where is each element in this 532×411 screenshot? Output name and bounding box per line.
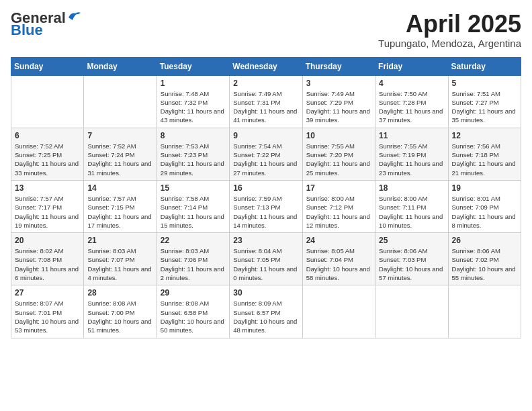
- calendar-location: Tupungato, Mendoza, Argentina: [378, 38, 521, 49]
- sunrise-text: Sunrise: 7:55 AM: [379, 142, 444, 150]
- sunset-text: Sunset: 7:19 PM: [379, 150, 444, 159]
- sunset-text: Sunset: 7:31 PM: [233, 98, 298, 107]
- sunset-text: Sunset: 7:11 PM: [379, 203, 444, 212]
- sunrise-text: Sunrise: 7:55 AM: [306, 142, 371, 150]
- daylight-text: Daylight: 11 hours and 19 minutes.: [15, 212, 80, 230]
- day-info: Sunrise: 7:52 AMSunset: 7:25 PMDaylight:…: [15, 142, 80, 177]
- daylight-text: Daylight: 11 hours and 33 minutes.: [15, 159, 80, 177]
- weekday-header-thursday: Thursday: [302, 57, 375, 75]
- sunrise-text: Sunrise: 7:54 AM: [233, 142, 298, 150]
- calendar-cell: 30Sunrise: 8:09 AMSunset: 6:57 PMDayligh…: [230, 285, 302, 338]
- sunset-text: Sunset: 7:02 PM: [452, 255, 517, 264]
- daylight-text: Daylight: 11 hours and 4 minutes.: [87, 265, 152, 283]
- calendar-cell: 22Sunrise: 8:03 AMSunset: 7:06 PMDayligh…: [157, 233, 229, 285]
- calendar-cell: 1Sunrise: 7:48 AMSunset: 7:32 PMDaylight…: [157, 75, 229, 128]
- weekday-header-friday: Friday: [375, 57, 448, 75]
- sunrise-text: Sunrise: 8:08 AM: [87, 299, 152, 308]
- day-info: Sunrise: 8:03 AMSunset: 7:07 PMDaylight:…: [87, 246, 152, 282]
- sunrise-text: Sunrise: 8:00 AM: [306, 194, 371, 203]
- sunrise-text: Sunrise: 7:48 AM: [161, 89, 226, 98]
- sunrise-text: Sunrise: 8:02 AM: [15, 246, 80, 255]
- calendar-cell: 7Sunrise: 7:52 AMSunset: 7:24 PMDaylight…: [84, 128, 157, 180]
- day-number: 29: [161, 288, 226, 298]
- day-number: 6: [15, 131, 80, 140]
- day-number: 9: [233, 131, 298, 140]
- day-info: Sunrise: 8:04 AMSunset: 7:05 PMDaylight:…: [233, 246, 298, 282]
- daylight-text: Daylight: 11 hours and 10 minutes.: [379, 212, 444, 230]
- day-number: 4: [379, 79, 444, 88]
- sunset-text: Sunset: 7:23 PM: [161, 150, 226, 159]
- sunrise-text: Sunrise: 7:56 AM: [452, 142, 517, 150]
- day-number: 16: [233, 183, 298, 193]
- sunset-text: Sunset: 7:15 PM: [87, 203, 152, 212]
- calendar-cell: 15Sunrise: 7:58 AMSunset: 7:14 PMDayligh…: [157, 180, 229, 232]
- sunrise-text: Sunrise: 7:59 AM: [233, 194, 298, 203]
- calendar-cell: 28Sunrise: 8:08 AMSunset: 7:00 PMDayligh…: [84, 285, 157, 338]
- daylight-text: Daylight: 11 hours and 15 minutes.: [161, 212, 226, 230]
- calendar-header-row: SundayMondayTuesdayWednesdayThursdayFrid…: [11, 57, 521, 75]
- sunrise-text: Sunrise: 8:03 AM: [87, 246, 152, 255]
- day-number: 19: [452, 183, 517, 193]
- logo-blue: Blue: [11, 23, 43, 38]
- daylight-text: Daylight: 10 hours and 48 minutes.: [233, 317, 298, 335]
- calendar-cell: 17Sunrise: 8:00 AMSunset: 7:12 PMDayligh…: [302, 180, 375, 232]
- sunset-text: Sunset: 7:28 PM: [379, 98, 444, 107]
- daylight-text: Daylight: 11 hours and 27 minutes.: [233, 159, 298, 177]
- sunset-text: Sunset: 7:25 PM: [15, 150, 80, 159]
- calendar-cell: 16Sunrise: 7:59 AMSunset: 7:13 PMDayligh…: [230, 180, 302, 232]
- day-number: 17: [306, 183, 371, 193]
- day-info: Sunrise: 7:49 AMSunset: 7:29 PMDaylight:…: [306, 89, 371, 125]
- sunrise-text: Sunrise: 7:50 AM: [379, 89, 444, 98]
- calendar-table: SundayMondayTuesdayWednesdayThursdayFrid…: [11, 57, 521, 338]
- calendar-cell: 24Sunrise: 8:05 AMSunset: 7:04 PMDayligh…: [302, 233, 375, 285]
- day-info: Sunrise: 7:58 AMSunset: 7:14 PMDaylight:…: [161, 194, 226, 230]
- sunset-text: Sunset: 7:29 PM: [306, 98, 371, 107]
- day-info: Sunrise: 8:08 AMSunset: 6:58 PMDaylight:…: [161, 299, 226, 334]
- sunset-text: Sunset: 7:06 PM: [161, 255, 226, 264]
- day-number: 30: [233, 288, 298, 298]
- calendar-cell: 18Sunrise: 8:00 AMSunset: 7:11 PMDayligh…: [375, 180, 448, 232]
- daylight-text: Daylight: 11 hours and 14 minutes.: [233, 212, 298, 230]
- day-info: Sunrise: 7:59 AMSunset: 7:13 PMDaylight:…: [233, 194, 298, 230]
- sunrise-text: Sunrise: 8:03 AM: [161, 246, 226, 255]
- sunset-text: Sunset: 7:20 PM: [306, 150, 371, 159]
- sunrise-text: Sunrise: 8:06 AM: [379, 246, 444, 255]
- sunrise-text: Sunrise: 7:57 AM: [87, 194, 152, 203]
- calendar-cell: 9Sunrise: 7:54 AMSunset: 7:22 PMDaylight…: [230, 128, 302, 180]
- calendar-week-row: 20Sunrise: 8:02 AMSunset: 7:08 PMDayligh…: [11, 233, 521, 285]
- weekday-header-tuesday: Tuesday: [157, 57, 229, 75]
- sunset-text: Sunset: 7:00 PM: [87, 308, 152, 317]
- sunset-text: Sunset: 7:05 PM: [233, 255, 298, 264]
- calendar-cell: 3Sunrise: 7:49 AMSunset: 7:29 PMDaylight…: [302, 75, 375, 128]
- sunset-text: Sunset: 7:09 PM: [452, 203, 517, 212]
- sunset-text: Sunset: 7:13 PM: [233, 203, 298, 212]
- day-info: Sunrise: 8:07 AMSunset: 7:01 PMDaylight:…: [15, 299, 80, 334]
- sunset-text: Sunset: 7:12 PM: [306, 203, 371, 212]
- day-number: 5: [452, 79, 517, 88]
- day-number: 1: [161, 79, 226, 88]
- day-info: Sunrise: 8:06 AMSunset: 7:02 PMDaylight:…: [452, 246, 517, 282]
- weekday-header-wednesday: Wednesday: [230, 57, 302, 75]
- calendar-cell: 4Sunrise: 7:50 AMSunset: 7:28 PMDaylight…: [375, 75, 448, 128]
- calendar-cell: 20Sunrise: 8:02 AMSunset: 7:08 PMDayligh…: [11, 233, 84, 285]
- calendar-week-row: 1Sunrise: 7:48 AMSunset: 7:32 PMDaylight…: [11, 75, 521, 128]
- day-info: Sunrise: 8:05 AMSunset: 7:04 PMDaylight:…: [306, 246, 371, 282]
- day-info: Sunrise: 7:55 AMSunset: 7:19 PMDaylight:…: [379, 142, 444, 177]
- calendar-cell: [448, 285, 521, 338]
- day-number: 13: [15, 183, 80, 193]
- day-info: Sunrise: 7:57 AMSunset: 7:17 PMDaylight:…: [15, 194, 80, 230]
- day-info: Sunrise: 8:01 AMSunset: 7:09 PMDaylight:…: [452, 194, 517, 230]
- day-info: Sunrise: 7:52 AMSunset: 7:24 PMDaylight:…: [87, 142, 152, 177]
- sunrise-text: Sunrise: 7:52 AM: [87, 142, 152, 150]
- daylight-text: Daylight: 11 hours and 6 minutes.: [15, 265, 80, 283]
- sunset-text: Sunset: 7:17 PM: [15, 203, 80, 212]
- day-info: Sunrise: 7:49 AMSunset: 7:31 PMDaylight:…: [233, 89, 298, 125]
- day-info: Sunrise: 7:53 AMSunset: 7:23 PMDaylight:…: [161, 142, 226, 177]
- sunrise-text: Sunrise: 8:08 AM: [161, 299, 226, 308]
- day-number: 7: [87, 131, 152, 140]
- daylight-text: Daylight: 11 hours and 39 minutes.: [306, 107, 371, 125]
- daylight-text: Daylight: 10 hours and 53 minutes.: [15, 317, 80, 335]
- day-number: 20: [15, 236, 80, 245]
- daylight-text: Daylight: 10 hours and 57 minutes.: [379, 265, 444, 283]
- day-number: 23: [233, 236, 298, 245]
